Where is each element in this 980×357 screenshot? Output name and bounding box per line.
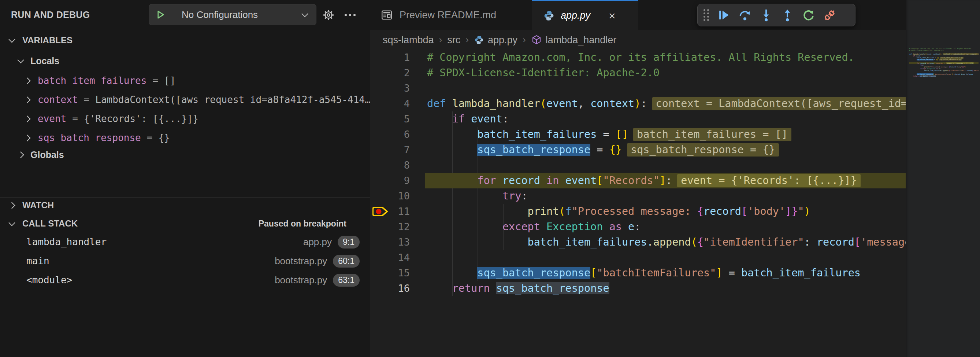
variable-row[interactable]: context=LambdaContext([aws_request_id=a8… <box>25 91 371 108</box>
step-into-button[interactable] <box>756 5 777 25</box>
minimap-line: batch_item_failures.append({"itemIdentif… <box>909 70 978 72</box>
variable-row[interactable]: event={'Records': [{...}]} <box>25 110 199 128</box>
markdown-preview-icon <box>380 9 393 21</box>
debug-configuration-dropdown[interactable]: No Configurations <box>149 4 317 25</box>
code-token: print <box>528 205 559 217</box>
code-editor[interactable]: 1# Copyright Amazon.com, Inc. or its aff… <box>370 50 906 357</box>
call-stack-section-header[interactable]: CALL STACK Paused on breakpoint <box>10 215 360 233</box>
code-line[interactable]: 8 <box>370 158 906 173</box>
chevron-down-icon <box>8 219 15 226</box>
code-token: "batchItemFailures" <box>597 267 716 279</box>
code-line[interactable]: 6 batch_item_failures = []batch_item_fai… <box>370 127 906 142</box>
start-debug-icon[interactable] <box>149 5 172 25</box>
code-token <box>427 267 477 279</box>
code-token: def <box>427 97 452 110</box>
code-token: { <box>697 236 703 248</box>
frame-name: main <box>26 255 49 266</box>
line-number[interactable]: 16 <box>380 281 410 296</box>
line-number[interactable]: 11 <box>380 204 410 219</box>
code-line[interactable]: 1# Copyright Amazon.com, Inc. or its aff… <box>370 50 906 65</box>
more-actions-icon[interactable] <box>340 7 360 23</box>
breadcrumb-folder[interactable]: sqs-lambda <box>383 35 434 46</box>
restart-button[interactable] <box>798 5 819 25</box>
line-number[interactable]: 4 <box>380 96 410 112</box>
globals-scope-row[interactable]: Globals <box>18 147 64 163</box>
line-number[interactable]: 8 <box>380 158 410 173</box>
code-text: return sqs_batch_response <box>427 281 609 296</box>
continue-button[interactable] <box>713 5 734 25</box>
code-line[interactable]: 14 <box>370 250 906 265</box>
code-line[interactable]: 9 for record in event["Records"]:event =… <box>370 173 906 188</box>
line-number[interactable]: 1 <box>380 50 410 65</box>
equals: = <box>84 94 90 105</box>
variable-row[interactable]: batch_item_failures=[] <box>25 72 175 89</box>
call-stack-frame[interactable]: mainbootstrap.py60:1 <box>0 252 370 271</box>
watch-section-header[interactable]: WATCH <box>10 196 54 214</box>
code-line[interactable]: 12 except Exception as e: <box>370 219 906 234</box>
variable-name: event <box>38 113 66 124</box>
breadcrumb-file[interactable]: app.py <box>474 35 517 46</box>
section-divider <box>0 197 370 198</box>
code-line[interactable]: 7 sqs_batch_response = {}sqs_batch_respo… <box>370 142 906 158</box>
line-number[interactable]: 15 <box>380 265 410 281</box>
code-token <box>427 190 503 202</box>
code-token <box>427 174 477 186</box>
frame-location: bootstrap.py60:1 <box>275 255 360 268</box>
code-token: ]} <box>785 205 798 217</box>
variable-row[interactable]: sqs_batch_response={} <box>25 129 170 147</box>
line-number[interactable]: 13 <box>380 234 410 250</box>
code-token: sqs_batch_response <box>477 267 590 279</box>
breadcrumb: sqs-lambda › src › app.py › lambda_handl… <box>370 30 906 50</box>
sidebar-title: RUN AND DEBUG <box>11 0 90 29</box>
variables-section-header[interactable]: VARIABLES <box>10 35 73 45</box>
call-stack-frame[interactable]: lambda_handlerapp.py9:1 <box>0 233 370 252</box>
locals-label: Locals <box>30 56 59 66</box>
code-line[interactable]: 11 print(f"Processed message: {record['b… <box>370 204 906 219</box>
code-line[interactable]: 16 return sqs_batch_response <box>370 281 906 296</box>
frame-name: lambda_handler <box>26 236 107 247</box>
drag-handle-icon[interactable] <box>703 9 710 21</box>
code-text: print(f"Processed message: {record['body… <box>427 204 810 219</box>
line-number[interactable]: 7 <box>380 142 410 158</box>
line-number[interactable]: 9 <box>380 173 410 188</box>
line-number[interactable]: 3 <box>380 81 410 96</box>
line-number[interactable]: 10 <box>380 188 410 204</box>
code-token: ] <box>716 267 722 279</box>
tab-app-py[interactable]: app.py × <box>532 0 638 30</box>
minimap[interactable]: # Copyright Amazon.com, Inc. or its affi… <box>906 0 980 357</box>
code-line[interactable]: 4def lambda_handler(event, context):cont… <box>370 96 906 112</box>
disconnect-button[interactable] <box>819 5 840 25</box>
chevron-right-icon <box>8 202 15 209</box>
line-number[interactable]: 14 <box>380 250 410 265</box>
code-line[interactable]: 2# SPDX-License-Identifier: Apache-2.0 <box>370 65 906 81</box>
code-token: return <box>452 282 496 294</box>
code-line[interactable]: 5 if event: <box>370 112 906 127</box>
breadcrumb-folder[interactable]: src <box>447 35 460 46</box>
code-token: try <box>503 190 521 202</box>
breadcrumb-symbol[interactable]: lambda_handler <box>531 35 617 46</box>
code-line[interactable]: 13 batch_item_failures.append({"itemIden… <box>370 234 906 250</box>
step-over-button[interactable] <box>734 5 756 25</box>
locals-scope-row[interactable]: Locals <box>18 53 59 69</box>
line-number[interactable]: 5 <box>380 112 410 127</box>
close-icon[interactable]: × <box>609 10 616 22</box>
code-token: batch_item_failures <box>477 128 597 140</box>
sidebar-header: RUN AND DEBUG No Configurations <box>0 0 370 29</box>
chevron-separator: › <box>439 34 442 45</box>
code-text: batch_item_failures = []batch_item_failu… <box>427 127 791 142</box>
code-token: [] <box>616 128 628 140</box>
step-out-button[interactable] <box>777 5 798 25</box>
debug-settings-gear-icon[interactable] <box>321 7 336 23</box>
call-stack-frame[interactable]: <module>bootstrap.py63:1 <box>0 271 370 290</box>
line-number[interactable]: 12 <box>380 219 410 234</box>
code-token: {} <box>609 144 622 156</box>
line-number[interactable]: 2 <box>380 65 410 81</box>
code-line[interactable]: 3 <box>370 81 906 96</box>
code-line[interactable]: 15 sqs_batch_response["batchItemFailures… <box>370 265 906 281</box>
frame-location: bootstrap.py63:1 <box>275 274 360 287</box>
line-number[interactable]: 6 <box>380 127 410 142</box>
code-token <box>427 128 477 140</box>
tab-preview-readme[interactable]: Preview README.md <box>370 0 532 30</box>
code-line[interactable]: 10 try: <box>370 188 906 204</box>
chevron-down-icon <box>17 56 24 63</box>
